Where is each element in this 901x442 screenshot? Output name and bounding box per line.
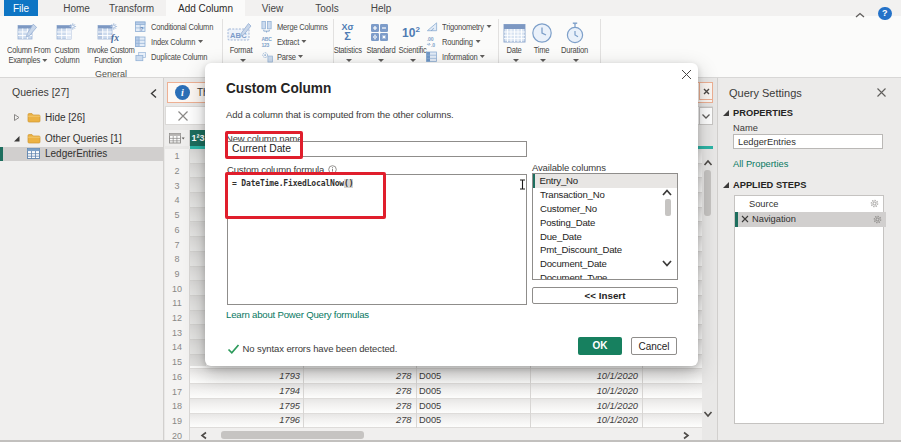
cell-posting-date[interactable]: 10/1/2020 bbox=[530, 384, 638, 398]
cell-customer-no[interactable]: D005 bbox=[419, 414, 514, 428]
listbox-scroll-thumb[interactable] bbox=[665, 199, 671, 216]
vertical-scroll-thumb[interactable] bbox=[704, 170, 711, 216]
tree-collapsed-arrow-icon[interactable] bbox=[13, 113, 27, 122]
scientific-button[interactable]: 102 Scientific bbox=[396, 20, 426, 65]
format-button[interactable]: ABC Format bbox=[226, 20, 256, 65]
grid-vertical-scrollbar[interactable] bbox=[702, 149, 713, 428]
information-button[interactable]: Information bbox=[426, 51, 493, 63]
rounding-button[interactable]: .00 .0 Rounding bbox=[426, 36, 488, 48]
help-icon[interactable]: ? bbox=[878, 7, 892, 21]
table-row[interactable]: 1796 278 D005 10/1/2020 bbox=[190, 414, 702, 429]
tree-expanded-arrow-icon[interactable] bbox=[13, 134, 27, 143]
available-column-option[interactable]: Customer_No bbox=[533, 202, 677, 216]
step-label: Source bbox=[749, 199, 778, 209]
grid-horizontal-scrollbar[interactable] bbox=[190, 428, 702, 441]
cell-posting-date[interactable]: 10/1/2020 bbox=[530, 399, 638, 413]
dialog-close-icon[interactable] bbox=[679, 68, 693, 82]
learn-about-formulas-link[interactable]: Learn about Power Query formulas bbox=[226, 309, 369, 320]
step-source[interactable]: Source bbox=[735, 196, 883, 212]
standard-button[interactable]: Standard bbox=[364, 20, 394, 65]
cell-customer-no[interactable]: D005 bbox=[419, 384, 514, 398]
dropdown-caret-icon bbox=[302, 40, 307, 43]
tab-tools[interactable]: Tools bbox=[303, 0, 351, 16]
available-column-option[interactable]: Transaction_No bbox=[533, 188, 677, 202]
ok-button[interactable]: OK bbox=[578, 337, 622, 355]
trigonometry-button[interactable]: Trigonometry bbox=[426, 21, 501, 33]
available-columns-listbox[interactable]: Entry_No Transaction_No Customer_No Post… bbox=[532, 173, 678, 280]
invoke-custom-function-button[interactable]: fx Invoke Custom Function bbox=[83, 20, 133, 65]
table-row[interactable]: 1795 278 D005 10/1/2020 bbox=[190, 399, 702, 414]
tree-item-other-queries-group[interactable]: Other Queries [1] bbox=[0, 131, 163, 146]
grid-select-all-corner[interactable] bbox=[165, 130, 190, 146]
parse-button[interactable]: Parse bbox=[261, 51, 308, 63]
tab-home[interactable]: Home bbox=[56, 0, 97, 16]
duration-button[interactable]: Duration bbox=[557, 20, 592, 65]
step-settings-gear-icon[interactable] bbox=[870, 199, 879, 208]
date-button[interactable]: Date bbox=[500, 20, 528, 65]
cancel-button[interactable]: Cancel bbox=[631, 337, 677, 355]
insert-column-button[interactable]: << Insert bbox=[532, 287, 678, 305]
cell-customer-no[interactable]: D005 bbox=[419, 399, 514, 413]
column-header-entry-no-selected[interactable]: 1²3 bbox=[190, 130, 206, 146]
cell-entry-no[interactable]: 1793 bbox=[190, 370, 300, 384]
available-column-option[interactable]: Posting_Date bbox=[533, 215, 677, 229]
cell-posting-date[interactable]: 10/1/2020 bbox=[530, 370, 638, 384]
all-properties-link[interactable]: All Properties bbox=[733, 159, 788, 169]
available-column-option[interactable]: Due_Date bbox=[533, 229, 677, 243]
scroll-left-icon[interactable] bbox=[200, 431, 208, 440]
tab-view[interactable]: View bbox=[250, 0, 295, 16]
merge-columns-button[interactable]: Merge Columns bbox=[261, 21, 337, 33]
conditional-column-button[interactable]: ? Conditional Column bbox=[135, 21, 225, 33]
listbox-scroll-up-icon[interactable] bbox=[661, 188, 673, 197]
available-column-option[interactable]: Pmt_Discount_Date bbox=[533, 243, 677, 257]
applied-steps-section-header[interactable]: APPLIED STEPS bbox=[723, 180, 806, 190]
available-column-option-selected[interactable]: Entry_No bbox=[533, 174, 677, 188]
cell-posting-date[interactable]: 10/1/2020 bbox=[530, 414, 638, 428]
tree-item-hide-group[interactable]: Hide [26] bbox=[0, 110, 163, 125]
scroll-right-icon[interactable] bbox=[682, 431, 690, 440]
rounding-icon: .00 .0 bbox=[426, 36, 438, 48]
tab-add-column[interactable]: Add Column bbox=[166, 0, 245, 16]
tab-help[interactable]: Help bbox=[359, 0, 403, 16]
tab-file[interactable]: File bbox=[4, 0, 38, 16]
table-row[interactable]: 1793 278 D005 10/1/2020 bbox=[190, 370, 702, 385]
delete-step-icon[interactable] bbox=[741, 215, 749, 223]
listbox-scroll-down-icon[interactable] bbox=[661, 259, 673, 268]
formula-bar-expand-button[interactable] bbox=[699, 107, 714, 125]
horizontal-scroll-thumb[interactable] bbox=[221, 431, 364, 439]
cell-transaction-no[interactable]: 278 bbox=[303, 414, 412, 428]
scroll-up-icon[interactable] bbox=[703, 159, 713, 167]
cell-entry-no[interactable]: 1796 bbox=[190, 414, 300, 428]
time-button[interactable]: Time bbox=[528, 20, 555, 65]
step-navigation-selected[interactable]: Navigation bbox=[735, 212, 886, 228]
cell-customer-no[interactable]: D005 bbox=[419, 370, 514, 384]
available-columns-label: Available columns bbox=[532, 162, 606, 173]
extract-button[interactable]: ABC 123 Extract bbox=[261, 36, 312, 48]
properties-section-header[interactable]: PROPERTIES bbox=[723, 108, 793, 118]
tab-transform[interactable]: Transform bbox=[102, 0, 161, 16]
cell-transaction-no[interactable]: 278 bbox=[303, 399, 412, 413]
extract-icon-123: 123 bbox=[262, 42, 270, 48]
table-row[interactable]: 1794 278 D005 10/1/2020 bbox=[190, 384, 702, 399]
collapse-ribbon-icon[interactable] bbox=[854, 11, 866, 19]
step-settings-gear-icon[interactable] bbox=[873, 215, 882, 224]
query-name-input[interactable]: LedgerEntries bbox=[733, 134, 883, 149]
tree-item-label: LedgerEntries bbox=[45, 148, 107, 159]
index-column-button[interactable]: Index Column bbox=[135, 36, 213, 48]
formula-cancel-icon[interactable] bbox=[177, 110, 189, 122]
available-column-option[interactable]: Document_Type bbox=[533, 271, 677, 280]
cell-entry-no[interactable]: 1795 bbox=[190, 399, 300, 413]
time-icon bbox=[528, 20, 555, 45]
query-settings-close-icon[interactable] bbox=[876, 87, 887, 98]
statistics-button[interactable]: XσΣ Statistics bbox=[331, 20, 364, 65]
cell-transaction-no[interactable]: 278 bbox=[303, 370, 412, 384]
row-number: 15 bbox=[165, 355, 189, 370]
collapse-queries-pane-icon[interactable] bbox=[149, 88, 159, 99]
duplicate-column-button[interactable]: Duplicate Column bbox=[135, 51, 218, 63]
info-bar-close-button[interactable] bbox=[699, 82, 713, 100]
cell-transaction-no[interactable]: 278 bbox=[303, 384, 412, 398]
available-column-option[interactable]: Document_Date bbox=[533, 257, 677, 271]
tree-item-ledgerentries-query[interactable]: LedgerEntries bbox=[0, 147, 163, 162]
scroll-down-icon[interactable] bbox=[703, 410, 713, 418]
cell-entry-no[interactable]: 1794 bbox=[190, 384, 300, 398]
